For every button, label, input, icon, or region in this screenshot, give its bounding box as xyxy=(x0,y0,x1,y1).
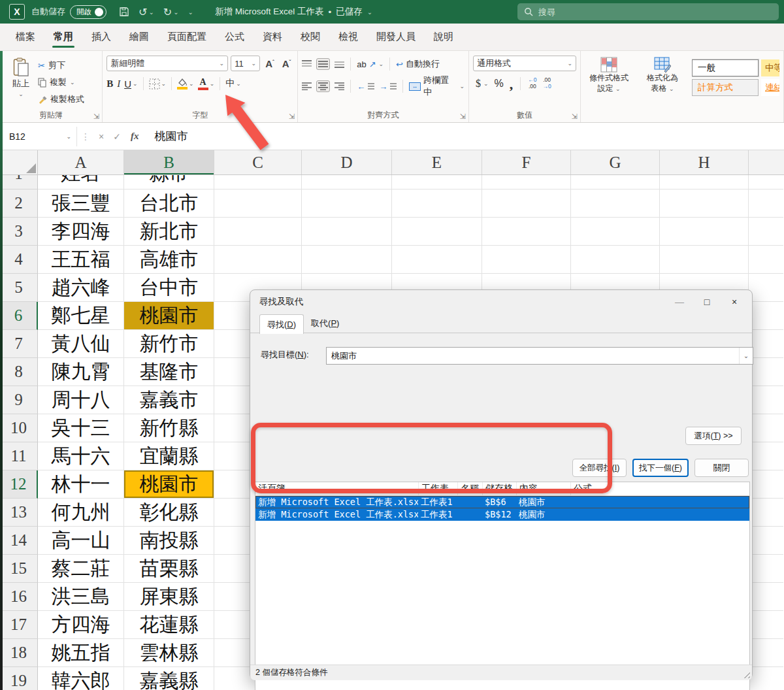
row-header[interactable]: 12 xyxy=(0,470,38,499)
cell-empty[interactable] xyxy=(749,358,783,386)
cell-city[interactable]: 苗栗縣 xyxy=(124,555,214,583)
cell-empty[interactable] xyxy=(392,246,482,274)
cell-city[interactable]: 雲林縣 xyxy=(124,639,214,667)
row-header[interactable]: 17 xyxy=(0,611,38,639)
find-next-button[interactable]: 找下一個(F) xyxy=(632,459,689,477)
cell-name[interactable]: 馬十六 xyxy=(38,442,124,470)
results-column-header[interactable]: 內容 xyxy=(516,482,570,495)
fill-color-button[interactable]: ⌄ xyxy=(177,78,194,90)
align-right-button[interactable] xyxy=(335,82,344,90)
row-header[interactable]: 1 xyxy=(0,175,38,189)
underline-button[interactable]: U ⌄ xyxy=(124,78,137,90)
dialog-title-bar[interactable]: 尋找及取代 — □ × xyxy=(250,290,752,314)
ribbon-tab[interactable]: 說明 xyxy=(426,25,461,50)
cell-name[interactable]: 王五福 xyxy=(38,246,124,274)
maximize-button[interactable]: □ xyxy=(693,290,721,314)
percent-button[interactable]: % xyxy=(495,78,504,90)
insert-function-button[interactable]: fx xyxy=(125,131,144,142)
cell-empty[interactable] xyxy=(302,218,392,246)
ribbon-tab[interactable]: 常用 xyxy=(46,25,81,50)
redo-button[interactable]: ↻ ⌄ xyxy=(159,6,184,18)
results-column-header[interactable]: 工作表 xyxy=(418,482,457,495)
resize-grip[interactable] xyxy=(742,670,750,678)
cell-name[interactable]: 姓名 xyxy=(38,175,124,189)
column-header[interactable]: E xyxy=(392,150,482,174)
cell-empty[interactable] xyxy=(571,246,660,274)
font-color-button[interactable]: A ⌄ xyxy=(198,78,215,90)
ribbon-tab[interactable]: 公式 xyxy=(217,25,252,50)
row-header[interactable]: 2 xyxy=(0,189,38,218)
increase-decimal-button[interactable]: ←0 .00 xyxy=(528,77,536,90)
chevron-down-icon[interactable]: ⌄ xyxy=(739,348,753,364)
cell-empty[interactable] xyxy=(749,639,783,667)
search-input[interactable] xyxy=(538,7,747,17)
cell-empty[interactable] xyxy=(214,189,302,218)
row-header[interactable]: 5 xyxy=(0,274,38,302)
cell-empty[interactable] xyxy=(482,189,571,218)
column-header[interactable]: H xyxy=(660,150,749,174)
italic-button[interactable]: I xyxy=(117,78,120,90)
enter-button[interactable]: ✓ xyxy=(108,131,125,142)
row-header[interactable]: 14 xyxy=(0,527,38,555)
results-column-header[interactable]: 公式 xyxy=(570,482,749,495)
cell-empty[interactable] xyxy=(660,189,749,218)
tab-find[interactable]: 尋找(D) xyxy=(259,314,304,334)
column-header[interactable]: B xyxy=(124,150,214,174)
cell-empty[interactable] xyxy=(482,246,571,274)
ribbon-tab[interactable]: 開發人員 xyxy=(368,25,423,50)
cell-empty[interactable] xyxy=(749,246,783,274)
bottom-align-button[interactable] xyxy=(335,60,344,68)
cell-empty[interactable] xyxy=(214,175,302,189)
cell-empty[interactable] xyxy=(302,246,392,274)
cell-city[interactable]: 縣市 xyxy=(124,175,214,189)
cell-name[interactable]: 鄭七星 xyxy=(38,302,124,330)
cell-empty[interactable] xyxy=(749,611,783,639)
results-column-header[interactable]: 儲存格 xyxy=(482,482,516,495)
cell-city[interactable]: 台北市 xyxy=(124,189,214,218)
cell-name[interactable]: 姚五指 xyxy=(38,639,124,667)
cell-empty[interactable] xyxy=(571,189,660,218)
cell-city[interactable]: 南投縣 xyxy=(124,527,214,555)
cell-empty[interactable] xyxy=(392,189,482,218)
cell-empty[interactable] xyxy=(749,527,783,555)
cell-name[interactable]: 方四海 xyxy=(38,611,124,639)
excel-app-icon[interactable]: X xyxy=(9,4,25,20)
cell-empty[interactable] xyxy=(749,175,783,189)
merge-center-button[interactable]: ↔ 跨欄置中 ⌄ xyxy=(409,74,465,98)
cell-empty[interactable] xyxy=(749,442,783,470)
phonetic-guide-button[interactable]: 中 ⌄ xyxy=(225,78,241,90)
cut-button[interactable]: ✂ 剪下 xyxy=(38,58,84,73)
column-header[interactable] xyxy=(749,150,784,174)
cell-name[interactable]: 林十一 xyxy=(38,470,124,499)
cell-empty[interactable] xyxy=(392,175,482,189)
borders-button[interactable]: ⌄ xyxy=(149,78,167,90)
number-format-select[interactable]: 通用格式 ⌄ xyxy=(473,56,576,71)
cell-city[interactable]: 桃園市 xyxy=(124,302,214,330)
cell-style-option[interactable]: 一般 xyxy=(692,59,759,76)
row-header[interactable]: 10 xyxy=(0,414,38,442)
row-header[interactable]: 8 xyxy=(0,358,38,386)
find-all-button[interactable]: 全部尋找(I) xyxy=(572,459,627,477)
cell-empty[interactable] xyxy=(749,414,783,442)
cell-name[interactable]: 張三豐 xyxy=(38,189,124,218)
ribbon-tab[interactable]: 頁面配置 xyxy=(159,25,214,50)
row-header[interactable]: 4 xyxy=(0,246,38,274)
cell-empty[interactable] xyxy=(749,302,783,330)
row-header[interactable]: 15 xyxy=(0,555,38,583)
cell-city[interactable]: 花蓮縣 xyxy=(124,611,214,639)
row-header[interactable]: 18 xyxy=(0,639,38,667)
cell-empty[interactable] xyxy=(214,246,302,274)
row-header[interactable]: 3 xyxy=(0,218,38,246)
cell-empty[interactable] xyxy=(749,274,783,302)
cell-style-option[interactable]: 連結 xyxy=(761,79,779,96)
ribbon-tab[interactable]: 插入 xyxy=(84,25,119,50)
find-what-input[interactable]: 桃園市 ⌄ xyxy=(326,347,753,365)
decrease-font-size-button[interactable]: Aˇ xyxy=(280,58,294,69)
paste-button[interactable]: 貼上 ⌄ xyxy=(4,56,38,109)
cell-empty[interactable] xyxy=(571,175,660,189)
row-header[interactable]: 16 xyxy=(0,583,38,611)
cell-style-option[interactable]: 計算方式 xyxy=(692,79,759,96)
cell-name[interactable]: 洪三島 xyxy=(38,583,124,611)
undo-button[interactable]: ↺ ⌄ xyxy=(134,6,159,18)
chevron-down-icon[interactable]: ⌄ xyxy=(173,8,178,16)
